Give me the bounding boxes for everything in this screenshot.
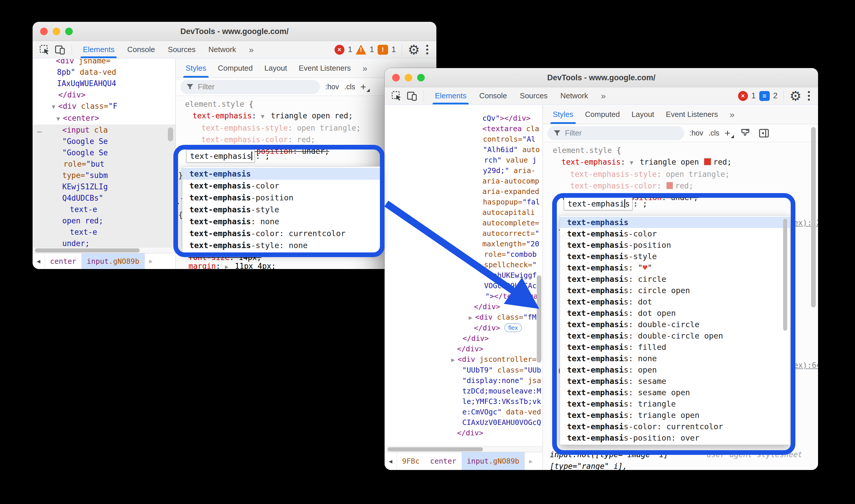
autocomplete-suggestion[interactable]: text-emphasis: dot <box>560 296 790 307</box>
tab-sources[interactable]: Sources <box>161 41 202 58</box>
dom-tree-row[interactable]: spellcheck=" <box>385 260 542 270</box>
tab-sources[interactable]: Sources <box>514 87 554 104</box>
tab-layout[interactable]: Layout <box>259 59 293 78</box>
dom-tree-row[interactable]: "UUbT9" class="UUb <box>385 365 542 376</box>
dom-tree-row[interactable]: </div> <box>385 333 542 344</box>
autocomplete-suggestion[interactable]: text-emphasis-color <box>560 228 790 239</box>
more-options-kebab-icon[interactable] <box>805 91 813 101</box>
autocomplete-suggestion[interactable]: text-emphasis: triangle <box>560 398 790 410</box>
dom-tree-row[interactable]: "Google Se <box>33 136 175 147</box>
device-toolbar-icon[interactable] <box>54 43 67 56</box>
suggestion-text-emphasis[interactable]: text-emphasis <box>560 217 790 228</box>
dom-tree-row[interactable]: ▼<div class="F <box>33 101 175 112</box>
dom-tree-row[interactable]: "0ahUKEwiggf <box>385 270 542 281</box>
style-declaration[interactable]: font-size: 14px; <box>189 253 276 262</box>
settings-gear-icon[interactable]: ⚙ <box>789 89 801 103</box>
dom-tree-row[interactable]: ▼<center> <box>33 112 175 125</box>
styles-filter-input[interactable]: Filter <box>548 126 684 140</box>
style-declaration[interactable]: text-emphasis-style: open triangle; <box>548 168 818 180</box>
autocomplete-suggestion[interactable]: text-emphasis-position: over <box>560 432 790 444</box>
dom-tree-row[interactable]: role="but <box>33 159 175 170</box>
toggle-class-button[interactable]: .cls <box>708 129 719 137</box>
breadcrumb-left-arrow[interactable]: ◀ <box>385 452 397 470</box>
warning-icon[interactable]: ! <box>356 45 366 55</box>
dom-tree-row[interactable]: text-e <box>33 227 175 238</box>
dom-tree-row[interactable]: type="subm <box>33 170 175 181</box>
dom-tree-row[interactable]: cQv"></div> <box>385 113 542 124</box>
error-icon[interactable]: × <box>335 45 344 55</box>
error-count[interactable]: 1 <box>751 91 756 100</box>
tab-network[interactable]: Network <box>554 87 594 104</box>
autocomplete-suggestion[interactable]: text-emphasis-color <box>182 180 381 192</box>
tab-console[interactable]: Console <box>121 41 161 58</box>
dom-tree-row[interactable]: <div jsname= <box>33 59 175 67</box>
property-edit-box[interactable]: text-emphasis : ; <box>186 149 270 163</box>
autocomplete-suggestion[interactable]: text-emphasis: open <box>560 364 790 376</box>
dom-tree-row[interactable]: "Google Se <box>33 147 175 159</box>
style-declaration[interactable]: element.style { <box>548 145 818 156</box>
dom-tree-row[interactable]: </div> <box>385 302 542 312</box>
styles-filter-input[interactable]: Filter <box>180 80 320 94</box>
error-count[interactable]: 1 <box>348 45 352 54</box>
dom-tree-row[interactable]: tzDCd;mouseleave:M <box>385 386 542 396</box>
vertical-scrollbar[interactable] <box>537 275 541 363</box>
issue-count[interactable]: 1 <box>392 45 396 54</box>
rendering-brush-icon[interactable] <box>738 126 752 140</box>
autocomplete-suggestion[interactable]: text-emphasis: filled <box>560 341 790 353</box>
vertical-scrollbar[interactable] <box>811 127 816 307</box>
dom-tree-row[interactable]: autocapitali <box>385 208 542 218</box>
tab-computed[interactable]: Computed <box>212 59 259 78</box>
more-tabs-chevron[interactable]: » <box>243 41 261 58</box>
autocomplete-suggestion[interactable]: text-emphasis-style: none <box>182 239 381 251</box>
dom-tree-row[interactable]: haspopup="fal <box>385 197 542 208</box>
horizontal-scrollbar[interactable] <box>33 247 175 253</box>
issues-icon[interactable]: ! <box>378 45 388 55</box>
dom-tree-row[interactable]: y29d;" aria- <box>385 165 542 176</box>
chat-count[interactable]: 2 <box>773 91 778 100</box>
dom-tree-row[interactable]: open red; <box>33 215 175 227</box>
tab-computed[interactable]: Computed <box>579 105 626 124</box>
dom-tree-row[interactable]: KEwjS1ZLIg <box>33 181 175 193</box>
dom-tree-row[interactable]: autocomplete= <box>385 218 542 228</box>
autocomplete-suggestion[interactable]: text-emphasis: double-circle open <box>560 330 790 341</box>
autocomplete-suggestion[interactable]: text-emphasis: none <box>560 353 790 364</box>
more-sidebar-tabs-chevron[interactable]: » <box>357 59 373 78</box>
dom-tree-row[interactable]: rch" value j <box>385 155 542 165</box>
dom-tree-row[interactable]: CIAxUzV0EAHU0VOGcQ <box>385 417 542 428</box>
dropdown-scrollbar[interactable] <box>783 219 787 331</box>
inspect-icon[interactable] <box>390 89 403 103</box>
vertical-scrollbar[interactable] <box>168 127 173 141</box>
tab-styles[interactable]: Styles <box>547 105 579 124</box>
style-declaration[interactable]: [type="range" i], <box>550 461 813 470</box>
more-tabs-chevron[interactable]: » <box>595 87 613 104</box>
tab-network[interactable]: Network <box>202 41 242 58</box>
dom-tree-row[interactable]: le;YMFC3:VKssTb;vk <box>385 396 542 407</box>
style-declaration[interactable]: margin: ▶ 11px 4px; <box>189 262 276 269</box>
autocomplete-suggestion[interactable]: text-emphasis: sesame open <box>560 387 790 398</box>
titlebar[interactable]: DevTools - www.google.com/ <box>385 68 818 87</box>
breadcrumb-center[interactable]: center <box>425 452 461 470</box>
new-style-rule-button[interactable]: + <box>725 127 733 139</box>
autocomplete-suggestion[interactable]: text-emphasis-style <box>560 251 790 262</box>
breadcrumb-left-arrow[interactable]: ◀ <box>33 253 45 269</box>
tab-elements[interactable]: Elements <box>428 87 473 104</box>
autocomplete-suggestion[interactable]: text-emphasis-style <box>182 203 381 216</box>
dom-tree-row[interactable]: IAxUqWUEAHQU4 <box>33 78 175 89</box>
breadcrumb-input[interactable]: input.gNO89b <box>462 452 525 470</box>
suggestion-text-emphasis[interactable]: text-emphasis <box>182 168 381 180</box>
style-declaration[interactable]: text-emphasis-color: red; <box>548 180 818 192</box>
dom-tree-row[interactable]: "display:none" jsa <box>385 376 542 386</box>
tab-styles[interactable]: Styles <box>180 59 212 78</box>
autocomplete-suggestion[interactable]: text-emphasis-position <box>560 239 790 251</box>
horizontal-scrollbar[interactable] <box>385 446 542 452</box>
dom-tree-row[interactable]: autocorrect=" <box>385 228 542 239</box>
dom-tree-row[interactable]: </div> <box>33 89 175 101</box>
autocomplete-suggestion[interactable]: text-emphasis-color: currentcolor <box>182 228 381 239</box>
autocomplete-suggestion[interactable]: text-emphasis: dot open <box>560 307 790 319</box>
dom-tree-row[interactable]: …<input cla <box>33 125 175 136</box>
dom-tree-row[interactable]: under; <box>33 238 175 247</box>
autocomplete-suggestion[interactable]: text-emphasis: circle open <box>560 285 790 296</box>
dom-tree-row[interactable]: "Alh6id" auto <box>385 145 542 155</box>
dom-tree-row[interactable]: ▶<div jscontroller= <box>385 354 542 365</box>
new-style-rule-button[interactable]: + <box>360 81 369 92</box>
